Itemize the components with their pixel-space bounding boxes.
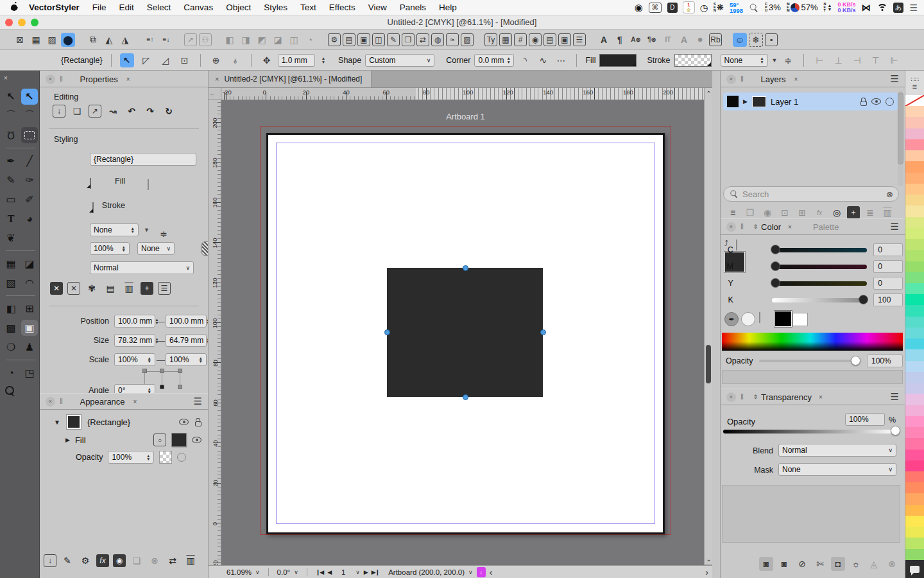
palette-swatch[interactable] xyxy=(905,471,924,482)
pen-tool[interactable]: ✒ xyxy=(3,153,19,169)
halftone-icon[interactable]: ▦ xyxy=(29,33,43,47)
radio-icon[interactable] xyxy=(177,453,186,462)
palette-swatch[interactable] xyxy=(905,239,924,250)
replace-icon[interactable]: ⇄ xyxy=(166,554,180,568)
position-x-field[interactable]: 100.0 mm xyxy=(114,315,155,328)
align-top-icon[interactable]: ⊤ xyxy=(868,53,882,67)
clock-icon[interactable]: ◷ xyxy=(700,3,708,13)
network-speed-status[interactable]: 0 KB/s0 KB/s xyxy=(837,2,855,13)
palette-swatch[interactable] xyxy=(905,383,924,394)
panel-grip[interactable]: ‖ xyxy=(60,397,64,406)
fill-color-swatch[interactable] xyxy=(171,433,187,447)
menu-canvas[interactable]: Canvas xyxy=(177,3,219,12)
union-icon[interactable]: ◧ xyxy=(223,33,237,47)
divide-icon[interactable]: ◫ xyxy=(287,33,301,47)
mesh-gradient-tool[interactable]: ⊞ xyxy=(21,301,38,317)
italic-text-icon[interactable]: IT xyxy=(661,33,675,47)
align-center-icon[interactable]: ⊥ xyxy=(831,53,845,67)
panel-close-icon[interactable]: × xyxy=(726,222,736,232)
snippet-icon[interactable]: ❏ xyxy=(70,104,84,118)
panel-grip[interactable]: ‖ xyxy=(740,222,744,231)
blend-dropdown[interactable]: Normal∨ xyxy=(90,261,194,274)
import-appearance-icon[interactable]: ↓ xyxy=(44,554,56,567)
layer-name[interactable]: Layer 1 xyxy=(771,97,798,107)
redo-icon[interactable]: ↷ xyxy=(143,104,157,118)
undo-icon[interactable]: ↶ xyxy=(124,104,139,118)
import-icon[interactable]: ↓ xyxy=(53,105,65,118)
transparency-opacity-slider[interactable] xyxy=(723,430,896,434)
scale-x-field[interactable]: 100% xyxy=(114,353,155,366)
palette-swatch[interactable] xyxy=(905,482,924,493)
dot-icon[interactable]: ▪ xyxy=(765,33,778,46)
wave-icon[interactable]: ≈ xyxy=(446,33,459,46)
palette-swatch[interactable] xyxy=(905,305,924,316)
style-list-icon[interactable]: ☰ xyxy=(158,282,171,295)
button-tool[interactable]: ▣ xyxy=(21,320,38,336)
palette-swatch[interactable] xyxy=(905,217,924,228)
palette-swatch[interactable] xyxy=(905,117,924,128)
artboard-select-icon[interactable]: ⊡ xyxy=(178,53,192,67)
menu-app-name[interactable]: VectorStyler xyxy=(22,3,86,12)
duplicate-layer-icon[interactable]: ❐ xyxy=(743,206,757,220)
ellipse-fill-icon[interactable]: ⬤ xyxy=(61,33,75,47)
disabled-icon[interactable]: ⊗ xyxy=(885,557,899,571)
palette-swatch[interactable] xyxy=(905,328,924,338)
frame-icon[interactable]: ⊞ xyxy=(795,206,809,220)
snap-pin-icon[interactable]: ♁ xyxy=(228,53,243,67)
fan-doc-icon[interactable]: ▨ xyxy=(461,33,474,46)
trash-icon[interactable]: ▥ xyxy=(122,281,136,295)
channel-y-value[interactable]: 0 xyxy=(873,277,903,290)
stroke-style-dropdown[interactable]: None xyxy=(721,54,768,67)
zoom-tool[interactable] xyxy=(3,384,19,400)
shape-dropdown[interactable]: Custom∨ xyxy=(365,54,434,67)
black-swatch[interactable] xyxy=(774,311,792,327)
fill-swatch[interactable] xyxy=(599,54,637,67)
item-swatch[interactable] xyxy=(67,415,81,429)
tab-close-icon[interactable]: × xyxy=(794,76,798,83)
duplicate-icon[interactable]: ❏ xyxy=(130,554,144,568)
opacity-field[interactable]: 100% xyxy=(845,413,885,426)
collapse-arrow-icon[interactable]: ▶ xyxy=(65,437,70,443)
fill-color-swatch[interactable] xyxy=(90,178,91,189)
transform-again-icon[interactable]: ↗ xyxy=(184,33,197,46)
palette-swatch[interactable] xyxy=(905,317,924,328)
table-icon[interactable]: ▦ xyxy=(499,33,512,46)
pencil-tool[interactable]: ✎ xyxy=(3,172,19,188)
panel-close-icon[interactable]: × xyxy=(46,397,55,407)
fx-icon[interactable]: fx xyxy=(812,206,826,220)
panel-menu-icon[interactable]: ☰ xyxy=(891,73,899,85)
next-page-button[interactable]: ▶ xyxy=(364,569,368,575)
collect-icon[interactable]: ◉ xyxy=(760,206,774,220)
width-tool[interactable]: ❦ xyxy=(3,230,19,246)
select-tool[interactable]: ↖ xyxy=(3,89,19,105)
palette-swatch[interactable] xyxy=(905,139,924,150)
palette-swatch[interactable] xyxy=(905,261,924,272)
palette-swatch[interactable] xyxy=(905,250,924,261)
clipboard-icon[interactable]: ⌘ xyxy=(649,3,662,13)
panel-menu-icon[interactable]: ☰ xyxy=(194,396,202,407)
opacity-value[interactable]: 100% xyxy=(867,355,903,367)
curve-edit-tool[interactable]: ⌒ xyxy=(21,108,38,124)
position-y-field[interactable]: 100.0 mm xyxy=(166,315,207,328)
angle-field[interactable]: 0° xyxy=(114,384,155,393)
tab-close-icon[interactable]: × xyxy=(133,398,137,405)
artboard-indicator[interactable]: Artboard (200.0, 200.0) xyxy=(388,568,465,576)
selection-handle-bottom[interactable] xyxy=(463,394,468,400)
selection-handle-top[interactable] xyxy=(463,265,468,271)
text-columns-icon[interactable]: ◫ xyxy=(372,33,385,46)
flip-icon[interactable]: ◮ xyxy=(118,33,132,47)
opacity-fill-icon[interactable]: ◙ xyxy=(777,557,791,571)
layer-visibility-icon[interactable] xyxy=(871,98,881,105)
visibility-eye-icon[interactable] xyxy=(179,419,189,425)
artboard-dropdown-arrow[interactable]: ∨ xyxy=(468,569,473,575)
perspective-tool[interactable]: ◪ xyxy=(21,256,38,272)
zoom-level[interactable]: 61.09% xyxy=(227,568,252,576)
stroke-preset-arrow[interactable]: ▼ xyxy=(772,57,778,64)
mask-dropdown[interactable]: None∨ xyxy=(778,463,896,476)
hide-transparency-icon[interactable]: ⊘ xyxy=(795,557,809,571)
channel-m-slider[interactable] xyxy=(772,265,867,269)
lower-object-icon[interactable]: ≡↓ xyxy=(159,33,173,47)
channel-k-slider[interactable] xyxy=(772,298,867,302)
palette-swatch[interactable] xyxy=(905,372,924,383)
camera-icon[interactable]: ◉ xyxy=(113,554,126,567)
